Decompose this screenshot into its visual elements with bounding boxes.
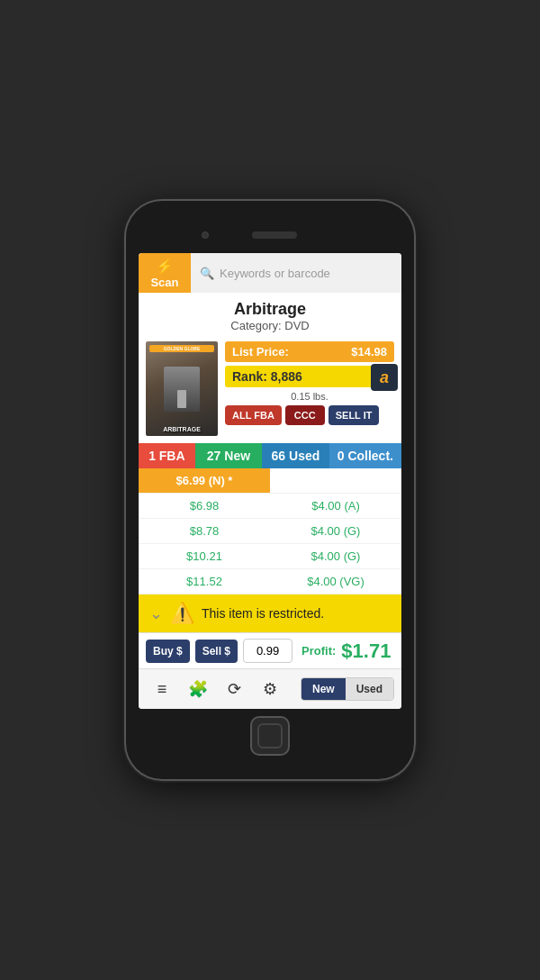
price-left-3: $10.21	[139, 544, 270, 568]
history-icon[interactable]: ⟳	[218, 675, 250, 703]
profit-label: Profit:	[302, 644, 336, 658]
new-toggle-button[interactable]: New	[302, 678, 346, 700]
lightning-icon: ⚡	[156, 258, 174, 275]
sell-it-button[interactable]: SELL IT	[328, 405, 380, 425]
list-icon[interactable]: ≡	[146, 675, 178, 703]
home-button-inner	[257, 723, 283, 749]
stat-fba[interactable]: 1 FBA	[139, 443, 195, 468]
price-right-2: $4.00 (G)	[270, 519, 401, 543]
warning-icon: ⚠️	[170, 602, 194, 625]
list-price-value: $14.98	[351, 345, 387, 358]
buy-button[interactable]: Buy $	[146, 640, 190, 663]
stat-used[interactable]: 66 Used	[262, 443, 328, 468]
restricted-text: This item is restricted.	[202, 606, 324, 621]
price-row-0: $6.99 (N) *	[139, 468, 401, 494]
price-right-1: $4.00 (A)	[270, 494, 401, 518]
phone-screen: ⚡ Scan 🔍 Keywords or barcode Arbitrage C…	[139, 253, 401, 709]
search-input-area[interactable]: 🔍 Keywords or barcode	[191, 267, 401, 280]
phone-bottom	[139, 709, 401, 763]
product-body: GOLDEN GLOBE ARBITRAGE List Price: $14.9…	[139, 336, 401, 436]
price-row-4: $11.52 $4.00 (VG)	[139, 569, 401, 594]
camera-icon	[202, 231, 209, 239]
restricted-banner: ⌄ ⚠️ This item is restricted.	[139, 594, 401, 632]
price-right-3: $4.00 (G)	[270, 544, 401, 568]
price-input[interactable]	[243, 639, 292, 663]
stats-row: 1 FBA 27 New 66 Used 0 Collect.	[139, 443, 401, 468]
phone-top	[139, 217, 401, 253]
price-right-0	[270, 468, 401, 493]
movie-badge: GOLDEN GLOBE	[149, 345, 214, 352]
home-button[interactable]	[250, 716, 290, 756]
scan-label: Scan	[150, 276, 178, 289]
product-category: Category: DVD	[148, 319, 392, 332]
phone-frame: ⚡ Scan 🔍 Keywords or barcode Arbitrage C…	[126, 201, 414, 779]
sell-button[interactable]: Sell $	[195, 640, 238, 663]
profit-value: $1.71	[341, 640, 391, 663]
stat-new[interactable]: 27 New	[195, 443, 262, 468]
amazon-badge: a	[371, 364, 398, 391]
search-placeholder: Keywords or barcode	[220, 267, 330, 280]
speaker	[252, 231, 297, 239]
list-price-row: List Price: $14.98	[225, 341, 394, 362]
weight-text: 0.15 lbs.	[225, 391, 394, 402]
settings-icon[interactable]: ⚙	[254, 675, 286, 703]
product-info: List Price: $14.98 Rank: 8,886 a 0.15 lb…	[225, 341, 394, 436]
new-used-toggle: New Used	[301, 677, 394, 701]
search-icon: 🔍	[200, 267, 214, 280]
rank-text: Rank: 8,886	[232, 369, 302, 384]
search-bar: ⚡ Scan 🔍 Keywords or barcode	[139, 253, 401, 293]
puzzle-icon[interactable]: 🧩	[182, 675, 214, 703]
product-header: Arbitrage Category: DVD	[139, 293, 401, 336]
price-left-2: $8.78	[139, 519, 270, 543]
all-fba-button[interactable]: ALL FBA	[225, 405, 282, 425]
bottom-toolbar: ≡ 🧩 ⟳ ⚙ New Used	[139, 668, 401, 709]
scan-button[interactable]: ⚡ Scan	[139, 253, 191, 293]
price-row-1: $6.98 $4.00 (A)	[139, 494, 401, 519]
action-buttons: ALL FBA CCC SELL IT	[225, 405, 394, 425]
chevron-down-icon: ⌄	[149, 603, 163, 623]
price-right-4: $4.00 (VG)	[270, 569, 401, 594]
price-row-3: $10.21 $4.00 (G)	[139, 544, 401, 569]
price-left-1: $6.98	[139, 494, 270, 518]
buy-sell-row: Buy $ Sell $ Profit: $1.71	[139, 632, 401, 668]
price-row-2: $8.78 $4.00 (G)	[139, 519, 401, 544]
used-toggle-button[interactable]: Used	[346, 678, 393, 700]
list-price-label: List Price:	[232, 345, 289, 358]
price-left-4: $11.52	[139, 569, 270, 594]
product-image: GOLDEN GLOBE ARBITRAGE	[146, 341, 218, 436]
price-left-0: $6.99 (N) *	[139, 468, 270, 493]
rank-row: Rank: 8,886 a	[225, 366, 394, 387]
price-table: $6.99 (N) * $6.98 $4.00 (A) $8.78 $4.00 …	[139, 468, 401, 594]
movie-title-text: ARBITRAGE	[149, 426, 214, 432]
product-title: Arbitrage	[148, 300, 392, 319]
ccc-button[interactable]: CCC	[285, 405, 325, 425]
stat-collect[interactable]: 0 Collect.	[329, 443, 401, 468]
